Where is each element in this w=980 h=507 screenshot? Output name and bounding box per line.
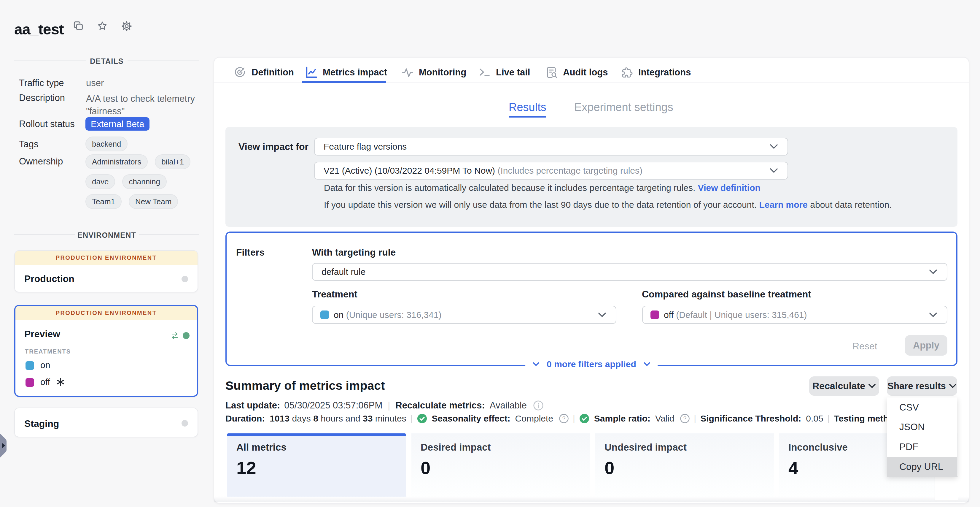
svg-text:?: ? — [562, 415, 566, 421]
svg-text:?: ? — [683, 415, 687, 421]
